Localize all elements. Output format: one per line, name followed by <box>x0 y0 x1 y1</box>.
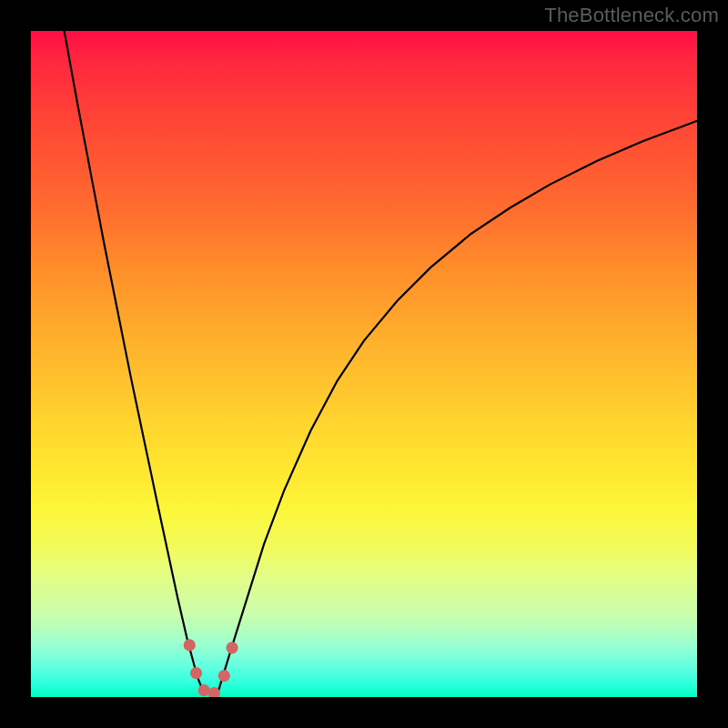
watermark-text: TheBottleneck.com <box>544 4 719 27</box>
marker-dot <box>190 667 202 679</box>
curve-layer <box>31 31 697 697</box>
curve-right-branch <box>217 121 697 694</box>
curve-left-branch <box>65 31 205 693</box>
marker-dot <box>184 639 196 651</box>
marker-dot <box>226 642 238 653</box>
chart-frame: TheBottleneck.com <box>0 0 728 728</box>
marker-group <box>184 639 238 697</box>
marker-dot <box>218 670 230 682</box>
plot-area <box>31 31 697 697</box>
